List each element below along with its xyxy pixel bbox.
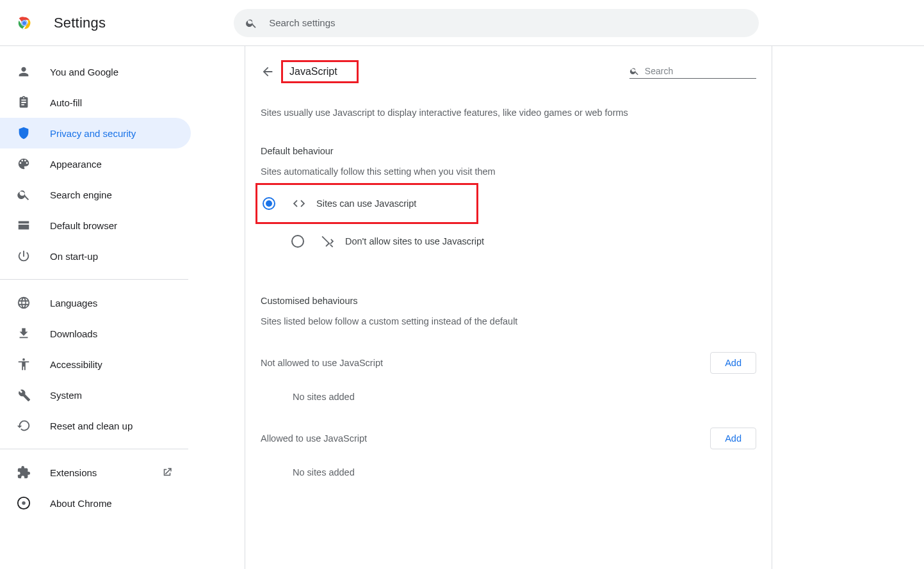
globe-icon <box>17 296 31 310</box>
code-icon <box>292 196 306 211</box>
radio-input-block[interactable] <box>291 235 304 248</box>
allowed-list-header: Allowed to use JavaScript Add <box>261 428 756 449</box>
sidebar-separator <box>0 449 188 449</box>
list-label: Allowed to use JavaScript <box>261 433 367 444</box>
sidebar-item-extensions[interactable]: Extensions <box>0 457 191 488</box>
customised-heading: Customised behaviours <box>261 296 756 306</box>
list-label: Not allowed to use JavaScript <box>261 358 383 368</box>
sidebar-item-about[interactable]: About Chrome <box>0 488 191 518</box>
panel-search-input[interactable] <box>645 66 756 76</box>
search-icon <box>245 17 257 29</box>
sidebar-item-you-and-google[interactable]: You and Google <box>0 56 191 87</box>
page-description: Sites usually use Javascript to display … <box>261 108 756 118</box>
accessibility-icon <box>17 357 31 371</box>
not-allowed-list-header: Not allowed to use JavaScript Add <box>261 352 756 374</box>
radio-label: Don't allow sites to use Javascript <box>345 236 484 246</box>
global-search[interactable] <box>234 9 759 37</box>
sidebar-item-label: Downloads <box>50 328 97 339</box>
restore-icon <box>17 419 31 433</box>
not-allowed-empty: No sites added <box>293 392 756 402</box>
add-allowed-button[interactable]: Add <box>710 428 756 449</box>
global-search-input[interactable] <box>269 17 747 28</box>
wrench-icon <box>17 388 31 402</box>
page-title: JavaScript <box>289 66 337 77</box>
add-not-allowed-button[interactable]: Add <box>710 352 756 374</box>
sidebar-item-label: System <box>50 390 82 401</box>
settings-panel: JavaScript Sites usually use Javascript … <box>245 46 772 569</box>
page-title-highlight: JavaScript <box>281 60 359 83</box>
download-icon <box>17 326 31 341</box>
chrome-logo-icon <box>15 14 33 32</box>
code-off-icon <box>321 234 335 248</box>
user-icon <box>17 65 31 79</box>
radio-allow-javascript[interactable]: Sites can use Javascript <box>260 185 474 222</box>
default-behaviour-heading: Default behaviour <box>261 146 756 156</box>
back-button[interactable] <box>261 65 275 79</box>
external-link-icon <box>161 467 173 478</box>
radio-block-javascript[interactable]: Don't allow sites to use Javascript <box>289 223 756 260</box>
sidebar-item-search-engine[interactable]: Search engine <box>0 179 191 210</box>
sidebar-item-label: Languages <box>50 298 97 309</box>
sidebar-item-label: On start-up <box>50 251 98 262</box>
radio-input-allow[interactable] <box>263 197 275 210</box>
window-icon <box>17 218 31 232</box>
app-title: Settings <box>54 15 106 31</box>
radio-label: Sites can use Javascript <box>316 198 416 209</box>
sidebar-nav: You and GoogleAuto-fillPrivacy and secur… <box>0 46 196 569</box>
svg-point-5 <box>22 20 26 24</box>
sidebar-item-label: Privacy and security <box>50 128 136 139</box>
sidebar-item-reset[interactable]: Reset and clean up <box>0 410 191 441</box>
sidebar-item-appearance[interactable]: Appearance <box>0 148 191 179</box>
sidebar-item-label: Extensions <box>50 467 97 478</box>
sidebar-item-system[interactable]: System <box>0 380 191 410</box>
search-icon <box>17 188 31 202</box>
sidebar-item-privacy-security[interactable]: Privacy and security <box>0 118 191 148</box>
sidebar-item-label: About Chrome <box>50 498 112 509</box>
sidebar-item-label: Accessibility <box>50 359 102 370</box>
sidebar-item-languages[interactable]: Languages <box>0 287 191 318</box>
palette-icon <box>17 157 31 171</box>
allowed-empty: No sites added <box>293 467 756 477</box>
sidebar-separator <box>0 279 188 280</box>
allow-option-highlight: Sites can use Javascript <box>255 183 478 224</box>
search-icon <box>629 65 640 77</box>
sidebar-item-downloads[interactable]: Downloads <box>0 318 191 349</box>
panel-search[interactable] <box>629 65 756 79</box>
extension-icon <box>17 465 31 479</box>
app-header: Settings <box>0 0 924 46</box>
sidebar-item-default-browser[interactable]: Default browser <box>0 210 191 241</box>
power-icon <box>17 249 31 263</box>
chrome-icon <box>17 496 31 510</box>
default-behaviour-sub: Sites automatically follow this setting … <box>261 166 756 177</box>
sidebar-item-label: Auto-fill <box>50 97 82 108</box>
sidebar-item-label: Default browser <box>50 220 117 231</box>
sidebar-item-on-startup[interactable]: On start-up <box>0 241 191 271</box>
shield-icon <box>17 126 31 140</box>
sidebar-item-label: Search engine <box>50 189 112 200</box>
sidebar-item-accessibility[interactable]: Accessibility <box>0 349 191 380</box>
clipboard-icon <box>17 95 31 109</box>
customised-sub: Sites listed below follow a custom setti… <box>261 316 756 326</box>
sidebar-item-autofill[interactable]: Auto-fill <box>0 87 191 118</box>
sidebar-item-label: Reset and clean up <box>50 421 133 431</box>
sidebar-item-label: Appearance <box>50 159 102 170</box>
sidebar-item-label: You and Google <box>50 67 118 77</box>
